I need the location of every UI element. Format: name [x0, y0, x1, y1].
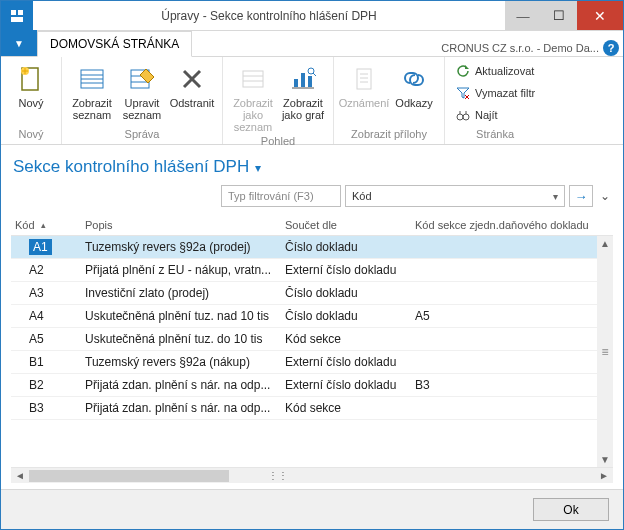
delete-button[interactable]: Odstranit [168, 61, 216, 109]
table-row[interactable]: B2Přijatá zdan. plnění s nár. na odp...E… [11, 374, 613, 397]
cell-popis: Tuzemský revers §92a (prodej) [81, 240, 281, 254]
cell-soucet: Kód sekce [281, 401, 411, 415]
filter-bar: Typ filtrování (F3) Kód ▾ → ⌄ [11, 185, 613, 207]
svg-point-29 [457, 114, 463, 120]
column-header-soucet[interactable]: Součet dle [281, 219, 411, 231]
scroll-grip-icon: ≡ [601, 345, 608, 359]
cell-popis: Přijatá zdan. plnění s nár. na odp... [81, 401, 281, 415]
view-list-button[interactable]: Zobrazit seznam [68, 61, 116, 121]
cell-kod: B3 [11, 401, 81, 415]
window-title: Úpravy - Sekce kontrolního hlášení DPH [33, 1, 505, 30]
column-header-sekce[interactable]: Kód sekce zjedn.daňového dokladu [411, 219, 613, 231]
horizontal-scrollbar[interactable]: ◄ ⋮⋮ ► [11, 467, 613, 483]
find-button[interactable]: Najít [451, 105, 539, 125]
cell-soucet: Externí číslo dokladu [281, 263, 411, 277]
expand-filter-button[interactable]: ⌄ [597, 185, 613, 207]
table-row[interactable]: A5Uskutečněná plnění tuz. do 10 tisKód s… [11, 328, 613, 351]
link-icon [398, 63, 430, 95]
scroll-grip-icon: ⋮⋮ [269, 468, 287, 484]
scroll-right-icon[interactable]: ► [595, 470, 613, 481]
table-row[interactable]: A1Tuzemský revers §92a (prodej)Číslo dok… [11, 236, 613, 259]
window-close-button[interactable]: ✕ [577, 1, 623, 30]
cell-popis: Tuzemský revers §92a (nákup) [81, 355, 281, 369]
cell-popis: Přijatá zdan. plnění s nár. na odp... [81, 378, 281, 392]
sort-asc-icon: ▴ [41, 220, 46, 230]
cell-popis: Uskutečněná plnění tuz. do 10 tis [81, 332, 281, 346]
ribbon-tabs: ▼ DOMOVSKÁ STRÁNKA CRONUS CZ s.r.o. - De… [1, 31, 623, 57]
app-menu-dropdown[interactable]: ▼ [1, 30, 37, 56]
svg-rect-18 [301, 73, 305, 87]
svg-point-30 [463, 114, 469, 120]
cell-sekce: B3 [411, 378, 613, 392]
links-button[interactable]: Odkazy [390, 61, 438, 109]
svg-rect-23 [357, 69, 371, 89]
apply-filter-button[interactable]: → [569, 185, 593, 207]
scroll-down-icon[interactable]: ▼ [600, 452, 610, 467]
clear-filter-button[interactable]: Vymazat filtr [451, 83, 539, 103]
page-title[interactable]: Sekce kontrolního hlášení DPH ▾ [11, 153, 613, 185]
tab-home[interactable]: DOMOVSKÁ STRÁNKA [37, 31, 192, 57]
content-area: Sekce kontrolního hlášení DPH ▾ Typ filt… [1, 145, 623, 489]
refresh-icon [455, 63, 471, 79]
notifications-button[interactable]: Oznámení [340, 61, 388, 109]
cell-popis: Investiční zlato (prodej) [81, 286, 281, 300]
show-as-chart-button[interactable]: Zobrazit jako graf [279, 61, 327, 121]
cell-kod: A4 [11, 309, 81, 323]
data-grid: Kód ▴ Popis Součet dle Kód sekce zjedn.d… [11, 215, 613, 483]
chart-icon [287, 63, 319, 95]
document-icon [348, 63, 380, 95]
filter-field-select[interactable]: Kód ▾ [345, 185, 565, 207]
cell-soucet: Externí číslo dokladu [281, 378, 411, 392]
show-as-list-icon [237, 63, 269, 95]
refresh-button[interactable]: Aktualizovat [451, 61, 539, 81]
column-header-kod[interactable]: Kód ▴ [11, 219, 81, 231]
title-bar: Úpravy - Sekce kontrolního hlášení DPH —… [1, 1, 623, 31]
cell-sekce: A5 [411, 309, 613, 323]
column-header-popis[interactable]: Popis [81, 219, 281, 231]
cell-soucet: Číslo dokladu [281, 309, 411, 323]
window-maximize-button[interactable]: ☐ [541, 1, 577, 30]
svg-rect-0 [11, 10, 16, 15]
edit-list-button[interactable]: Upravit seznam [118, 61, 166, 121]
company-label: CRONUS CZ s.r.o. - Demo Da... [441, 42, 599, 54]
cell-popis: Uskutečněná plnění tuz. nad 10 tis [81, 309, 281, 323]
scroll-up-icon[interactable]: ▲ [600, 236, 610, 251]
vertical-scrollbar[interactable]: ▲ ≡ ▼ [597, 236, 613, 467]
table-row[interactable]: A2Přijatá plnění z EU - nákup, vratn...E… [11, 259, 613, 282]
svg-rect-19 [308, 76, 312, 87]
chevron-down-icon: ▾ [553, 191, 558, 202]
cell-kod: A2 [11, 263, 81, 277]
new-button[interactable]: Nový [7, 61, 55, 109]
list-icon [76, 63, 108, 95]
svg-rect-14 [243, 71, 263, 87]
cell-kod: A1 [11, 240, 81, 254]
delete-icon [176, 63, 208, 95]
chevron-down-icon: ▾ [249, 161, 260, 175]
grid-header: Kód ▴ Popis Součet dle Kód sekce zjedn.d… [11, 215, 613, 236]
new-icon [15, 63, 47, 95]
help-icon[interactable]: ? [603, 40, 619, 56]
filter-type-input[interactable]: Typ filtrování (F3) [221, 185, 341, 207]
cell-soucet: Kód sekce [281, 332, 411, 346]
table-row[interactable]: A4Uskutečněná plnění tuz. nad 10 tisČísl… [11, 305, 613, 328]
svg-rect-17 [294, 79, 298, 87]
scroll-thumb[interactable] [29, 470, 229, 482]
cell-popis: Přijatá plnění z EU - nákup, vratn... [81, 263, 281, 277]
footer: Ok [1, 489, 623, 529]
table-row[interactable]: A3Investiční zlato (prodej)Číslo dokladu [11, 282, 613, 305]
binoculars-icon [455, 107, 471, 123]
scroll-left-icon[interactable]: ◄ [11, 470, 29, 481]
cell-soucet: Číslo dokladu [281, 286, 411, 300]
app-icon [1, 1, 33, 30]
grid-body: A1Tuzemský revers §92a (prodej)Číslo dok… [11, 236, 613, 467]
table-row[interactable]: B3Přijatá zdan. plnění s nár. na odp...K… [11, 397, 613, 420]
show-as-list-button[interactable]: Zobrazit jako seznam [229, 61, 277, 133]
window-minimize-button[interactable]: — [505, 1, 541, 30]
svg-line-22 [313, 73, 316, 76]
ok-button[interactable]: Ok [533, 498, 609, 521]
cell-soucet: Externí číslo dokladu [281, 355, 411, 369]
svg-rect-1 [18, 10, 23, 15]
ribbon: Nový Nový Zobrazit seznam Upravit seznam… [1, 57, 623, 145]
cell-kod: A5 [11, 332, 81, 346]
table-row[interactable]: B1Tuzemský revers §92a (nákup)Externí čí… [11, 351, 613, 374]
